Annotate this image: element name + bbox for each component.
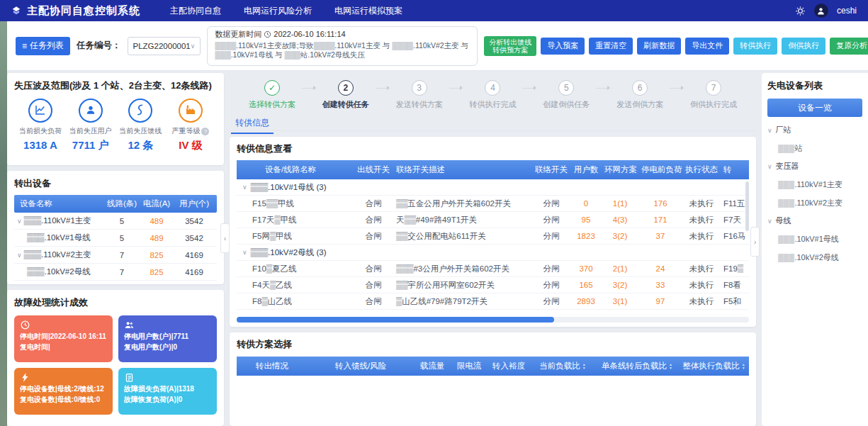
sort-icon[interactable]: ▲▼ [742, 363, 745, 369]
tree-group-2[interactable]: ∨变压器 [767, 157, 862, 175]
step-7[interactable]: 7倒供执行完成 [684, 80, 743, 110]
scrollbar-thumb[interactable] [237, 317, 554, 323]
chevron-down-icon[interactable]: ∨ [767, 218, 772, 225]
table-row[interactable]: ∨▒▒▒.110kV#2主变78254169 [14, 247, 217, 264]
chart-icon [34, 103, 47, 118]
transfer-col-header: 设备/线路名称 [237, 164, 354, 175]
nav-item-3[interactable]: 电网运行模拟预案 [323, 0, 414, 21]
table-row[interactable]: ∨▒▒▒.110kV#1主变54893542 [14, 213, 217, 230]
gear-icon[interactable] [795, 6, 806, 16]
toolbar-button-3[interactable]: 重置清空 [589, 38, 633, 55]
collapse-left-handle[interactable]: ‹ [220, 223, 230, 253]
transfer-col-header: 联络开关 [532, 164, 570, 175]
feeder-row[interactable]: F5网▒甲线合闸▒▒交公用配电站611开关分闸18233(2)37未执行F16马 [237, 228, 749, 245]
step-connector [670, 80, 684, 96]
plan-panel: 转供方案选择 转出情况转入馈线/风险载流量限电流转入裕度当前负载比▲▼单条线转后… [230, 332, 756, 426]
horizontal-scrollbar[interactable] [237, 317, 749, 323]
step-connector [449, 80, 463, 96]
transfer-col-header: 停电前负荷 [638, 164, 682, 175]
chevron-down-icon[interactable]: ∨ [242, 249, 247, 256]
device-group-row[interactable]: ∨▒▒▒.10kV#2母线 (3) [237, 245, 749, 261]
stat-card-4: 故障损失负荷(A)|1318故障恢复负荷(A)|0 [118, 368, 217, 415]
update-time-value: 2022-06-10 16:11:14 [274, 30, 345, 38]
nav-item-1[interactable]: 主配协同自愈 [159, 0, 232, 21]
transfer-table: 设备/线路名称出线开关联络开关描述联络开关用户数环网方案停电前负荷执行状态转 ∨… [237, 160, 749, 313]
plan-table-header: 转出情况转入馈线/风险载流量限电流转入裕度当前负载比▲▼单条线转后负载比▲▼整体… [237, 357, 749, 376]
stat-value: 7711 户 [72, 139, 109, 152]
tree-group-3[interactable]: ∨母线 [767, 212, 862, 230]
help-icon[interactable]: ? [201, 128, 209, 135]
workflow-stepper: ✓选择转供方案2创建转供任务3发送转供方案4转供执行完成5创建倒供任务6发送倒供… [230, 73, 756, 113]
sort-icon[interactable]: ▲▼ [669, 363, 672, 369]
device-name-cell: ▒▒▒.10kV#1母线 [14, 232, 105, 243]
out-devices-title: 转出设备 [14, 177, 217, 190]
fault-description: ▒▒▒▒.110kV#1主变故障;导致▒▒▒▒.110kV#1主变 与 ▒▒▒▒… [215, 41, 470, 60]
tree-item[interactable]: ▒▒▒.10kV#1母线 [767, 230, 862, 248]
fault-stats-panel: 故障处理统计成效 停电时间|2022-06-10 16:11复电时间|停电用户数… [7, 290, 224, 426]
stat-card-3: 停电设备数|母线:2/馈线:12复电设备数|母线:0/馈线:0 [14, 368, 113, 415]
chevron-down-icon[interactable]: ∨ [767, 127, 772, 134]
stat-value: 1318 A [23, 139, 57, 151]
plan-col-header: 单条线转后负载比▲▼ [595, 361, 679, 371]
app-logo-icon [11, 6, 21, 16]
transfer-col-header: 执行状态 [682, 164, 721, 175]
device-group-row[interactable]: ∨▒▒▒.10kV#1母线 (3) [237, 179, 749, 196]
step-4[interactable]: 4转供执行完成 [463, 80, 522, 110]
transfer-info-title: 转供信息查看 [237, 142, 749, 155]
stat-card-2: 停电用户数(户)|7711复电用户数(户)|0 [118, 315, 217, 362]
feeder-row[interactable]: F4天▒乙线合闸▒▒宇所公用环网室602开关分闸1653(2)33未执行F8看 [237, 277, 749, 293]
feeder-row[interactable]: F8▒山乙线合闸▒山乙线#79#路79T2开关分闸28933(1)97未执行F5… [237, 293, 749, 310]
clock-icon [20, 320, 30, 330]
tree-item[interactable]: ▒▒▒.110kV#1主变 [767, 175, 862, 194]
task-no-select[interactable]: PLZG22000001 ∨ [128, 37, 201, 55]
device-name-cell: ∨▒▒▒.110kV#2主变 [14, 250, 105, 260]
feeder-row[interactable]: F15▒▒甲线合闸▒▒五金公用户外开关箱602开关分闸01(1)176未执行F1… [237, 196, 749, 212]
table-row[interactable]: ▒▒▒.10kV#1母线54893542 [14, 230, 217, 247]
task-no-value: PLZG22000001 [133, 42, 191, 50]
toolbar-button-1[interactable]: 分析转出馈线转供预方案 [484, 36, 536, 56]
avatar[interactable] [814, 4, 828, 18]
tree-item[interactable]: ▒▒▒站 [767, 139, 862, 157]
task-list-button[interactable]: ≡ 任务列表 [16, 37, 70, 55]
step-5[interactable]: 5创建倒供任务 [536, 80, 596, 110]
table-row[interactable]: ▒▒▒.10kV#2母线78254169 [14, 264, 217, 281]
chevron-down-icon[interactable]: ∨ [17, 252, 22, 259]
plan-col-header: 转出情况 [237, 361, 308, 371]
device-list-title: 失电设备列表 [767, 79, 862, 92]
sort-icon[interactable]: ▲▼ [582, 363, 586, 369]
stat-value: IV 级 [179, 139, 202, 152]
toolbar-button-6[interactable]: 转供执行 [733, 38, 777, 55]
user-icon [84, 103, 97, 118]
feeder-row[interactable]: F17天▒甲线合闸天▒▒#49#路49T1开关分闸954(3)171未执行F7天 [237, 212, 749, 228]
chevron-down-icon[interactable]: ∨ [767, 163, 772, 170]
device-overview-header[interactable]: 设备一览 [767, 99, 862, 117]
step-connector [302, 80, 316, 96]
chevron-down-icon[interactable]: ∨ [242, 184, 247, 191]
step-3[interactable]: 3发送转供方案 [390, 80, 449, 110]
step-1[interactable]: ✓选择转供方案 [242, 80, 302, 110]
tree-group-1[interactable]: ∨厂站 [767, 121, 862, 139]
toolbar-button-2[interactable]: 导入预案 [541, 38, 585, 55]
transfer-col-header: 用户数 [570, 164, 602, 175]
collapse-right-handle[interactable]: › [750, 227, 760, 257]
feeder-row[interactable]: F10▒夏乙线合闸▒▒▒#3公用户外开关箱602开关分闸3702(1)24未执行… [237, 261, 749, 277]
out-col-header: 电流(A) [139, 198, 174, 209]
tab-transfer-info[interactable]: 转供信息 [231, 114, 274, 134]
step-2[interactable]: 2创建转供任务 [316, 80, 376, 110]
vertical-scrollbar[interactable] [745, 181, 749, 231]
toolbar-button-4[interactable]: 刷新数据 [637, 38, 681, 55]
out-table-header: 设备名称线路(条)电流(A)用户(个) [14, 195, 217, 213]
chevron-down-icon[interactable]: ∨ [17, 218, 22, 225]
stat-label: 当前失压用户 [69, 126, 112, 136]
tree-item[interactable]: ▒▒▒.110kV#2主变 [767, 194, 862, 212]
out-table-body: ∨▒▒▒.110kV#1主变54893542▒▒▒.10kV#1母线548935… [14, 213, 217, 281]
toolbar-button-5[interactable]: 导出文件 [685, 38, 729, 55]
chevron-down-icon: ∨ [191, 43, 196, 50]
nav-item-2[interactable]: 电网运行风险分析 [232, 0, 323, 21]
tree-item[interactable]: ▒▒▒.10kV#2母线 [767, 248, 862, 267]
step-6[interactable]: 6发送倒供方案 [610, 80, 670, 110]
list-icon: ≡ [22, 41, 27, 51]
plan-col-header: 限电流 [451, 361, 487, 371]
toolbar-button-8[interactable]: 复原分析 [830, 38, 868, 55]
toolbar-button-7[interactable]: 倒供执行 [782, 38, 825, 55]
